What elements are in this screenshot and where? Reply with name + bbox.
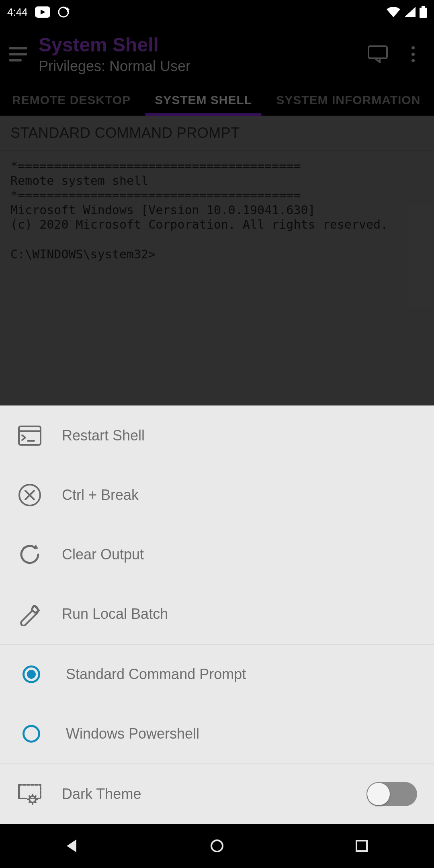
menu-clear-output[interactable]: Clear Output <box>0 525 434 584</box>
menu-label: Dark Theme <box>62 786 141 802</box>
menu-label: Ctrl + Break <box>62 487 139 504</box>
battery-icon <box>420 6 427 18</box>
svg-line-25 <box>29 802 30 802</box>
svg-point-9 <box>411 53 415 56</box>
tab-bar: REMOTE DESKTOP SYSTEM SHELL SYSTEM INFOR… <box>0 84 434 116</box>
sync-icon <box>57 6 70 18</box>
section-header: STANDARD COMMAND PROMPT <box>0 116 434 151</box>
overflow-icon[interactable] <box>401 42 425 66</box>
menu-ctrl-break[interactable]: Ctrl + Break <box>0 465 434 525</box>
svg-point-27 <box>211 840 223 852</box>
menu-label: Clear Output <box>62 546 144 563</box>
status-time: 4:44 <box>7 6 28 18</box>
menu-label: Restart Shell <box>62 427 145 444</box>
home-button[interactable] <box>199 828 235 864</box>
youtube-icon <box>35 6 50 18</box>
cancel-circle-icon <box>17 482 43 508</box>
menu-dark-theme[interactable]: Dark Theme <box>0 764 434 824</box>
refresh-icon <box>17 542 43 567</box>
wifi-icon <box>387 7 400 17</box>
svg-marker-4 <box>404 7 416 17</box>
svg-line-24 <box>35 796 36 796</box>
svg-rect-7 <box>368 46 387 58</box>
menu-label: Standard Command Prompt <box>66 666 246 683</box>
svg-marker-26 <box>67 839 76 852</box>
svg-rect-5 <box>422 6 425 8</box>
terminal-output[interactable]: *=======================================… <box>0 151 434 408</box>
svg-rect-6 <box>420 8 427 18</box>
radio-unselected-icon <box>23 725 40 743</box>
svg-marker-3 <box>66 7 70 10</box>
menu-powershell[interactable]: Windows Powershell <box>0 704 434 764</box>
svg-point-10 <box>411 59 415 62</box>
tab-system-shell[interactable]: SYSTEM SHELL <box>143 84 264 115</box>
dark-theme-switch[interactable] <box>366 782 417 806</box>
android-status-bar: 4:44 <box>0 0 434 24</box>
svg-line-23 <box>35 802 36 802</box>
bottom-sheet: Restart Shell Ctrl + Break Clear Output … <box>0 405 434 824</box>
title-block: System Shell Privileges: Normal User <box>39 35 190 74</box>
back-button[interactable] <box>54 828 90 864</box>
page-subtitle: Privileges: Normal User <box>39 58 190 74</box>
menu-label: Run Local Batch <box>62 606 168 622</box>
app-bar: System Shell Privileges: Normal User <box>0 24 434 84</box>
recents-button[interactable] <box>344 828 380 864</box>
display-settings-icon <box>17 781 43 807</box>
svg-point-8 <box>411 46 415 49</box>
menu-label: Windows Powershell <box>66 725 199 742</box>
svg-rect-28 <box>356 841 367 851</box>
wrench-icon <box>17 601 43 627</box>
menu-standard-cmd[interactable]: Standard Command Prompt <box>0 645 434 704</box>
radio-selected-icon <box>23 665 40 683</box>
android-nav-bar <box>0 824 434 868</box>
tab-system-information[interactable]: SYSTEM INFORMATION <box>264 84 432 115</box>
terminal-icon <box>17 423 43 448</box>
menu-run-local-batch[interactable]: Run Local Batch <box>0 584 434 644</box>
menu-icon[interactable] <box>9 47 27 61</box>
chat-icon[interactable] <box>366 42 390 66</box>
page-title: System Shell <box>39 35 190 56</box>
tab-remote-desktop[interactable]: REMOTE DESKTOP <box>0 84 143 115</box>
svg-line-22 <box>29 796 30 796</box>
menu-restart-shell[interactable]: Restart Shell <box>0 406 434 465</box>
cell-signal-icon <box>404 7 416 17</box>
